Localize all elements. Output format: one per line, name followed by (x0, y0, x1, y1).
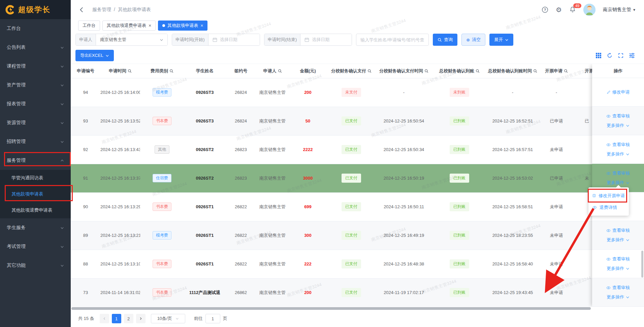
column-header[interactable]: 分校财务确认支付 (327, 64, 376, 78)
chevron-down-icon (60, 83, 64, 87)
sidebar-item-sub[interactable]: 其他款项申请表 (0, 186, 71, 202)
sidebar-item-main[interactable]: 学生服务 (0, 218, 71, 237)
search-input[interactable] (356, 34, 429, 46)
cell-invoice-status: 未申请 (538, 221, 575, 250)
end-date-input[interactable]: 选择日期 (300, 34, 352, 45)
vertical-scrollbar[interactable] (641, 251, 643, 278)
scrollbar-thumb[interactable] (71, 307, 591, 310)
column-header[interactable]: 申请人 (256, 64, 289, 78)
sidebar-item-main[interactable]: 考试管理 (0, 237, 71, 256)
start-date-input[interactable]: 选择日期 (208, 34, 260, 45)
sidebar-item-main[interactable]: 报表管理 (0, 95, 71, 113)
cell-pay-time: 2024-12-25 16:50:54 (376, 107, 432, 135)
cell-amount: 50 (289, 107, 327, 135)
more-actions-link[interactable]: 更多操作 (607, 122, 630, 129)
cell-arrive-status: 已到账 (432, 107, 487, 135)
view-review-link[interactable]: 查看审核 (606, 142, 630, 148)
column-header[interactable]: 费用类别 (140, 64, 184, 78)
view-review-link[interactable]: 查看审核 (606, 170, 630, 176)
table-row[interactable]: 88 2024-12-25 16:13:10 书本费 0926ST1 26822… (71, 250, 615, 278)
start-date-filter: 申请时间(开始) 选择日期 (172, 34, 260, 46)
sidebar-item-main[interactable]: 课程管理 (0, 57, 71, 76)
table-row[interactable]: 90 2024-12-25 16:13:29 书本费 0926ST1 26822… (71, 192, 615, 221)
cell-apply-time: 2024-12-25 16:13:29 (100, 192, 140, 221)
next-page-button[interactable] (136, 314, 146, 323)
eye-icon (606, 171, 611, 176)
view-review-link[interactable]: 查看审核 (606, 227, 630, 233)
end-date-placeholder: 选择日期 (312, 37, 329, 43)
search-icon (438, 38, 442, 42)
sidebar-item-main[interactable]: 资源管理 (0, 113, 71, 132)
search-button[interactable]: 查询 (433, 34, 457, 46)
sidebar-item-main[interactable]: 其它功能 (0, 256, 71, 275)
table-row[interactable]: 91 2024-12-25 16:13:37 住宿费 0926ST2 26823… (71, 164, 615, 192)
operation-cell: 查看审核更多操作 (592, 107, 644, 135)
clear-button[interactable]: ⊗ 清空 (461, 34, 485, 46)
sidebar-item-sub[interactable]: 学管沟通回访表 (0, 170, 71, 186)
table-row[interactable]: 94 2024-12-25 16:14:00 模考费 0926ST3 26824… (71, 78, 615, 107)
grid-view-icon[interactable] (596, 53, 601, 58)
more-actions-link[interactable]: 更多操作 (607, 265, 630, 271)
refresh-icon[interactable] (607, 53, 612, 58)
chevron-down-icon (60, 226, 64, 230)
more-actions-link[interactable]: 更多操作 (607, 237, 630, 243)
tab[interactable]: 其他款项退费申请表× (102, 21, 156, 31)
page-number-button[interactable]: 1 (112, 314, 121, 323)
sidebar-item-sub[interactable]: 其他款项退费申请表 (0, 202, 71, 218)
column-header[interactable]: 分校财务确认支付时间 (376, 64, 432, 78)
column-header[interactable]: 总校财务确认到账时间 (487, 64, 538, 78)
cell-arrive-status: 已到账 (432, 250, 487, 278)
table-row[interactable]: 73 2024-11-14 16:31:02 书本费 1112产品测试退 268… (71, 278, 615, 307)
column-filter-icon[interactable] (629, 53, 635, 58)
edit-apply-link[interactable]: 修改申请 (607, 89, 630, 95)
bell-icon[interactable]: 49 (569, 6, 576, 13)
back-icon[interactable] (79, 7, 85, 13)
column-header[interactable]: 总校财务确认到账 (432, 64, 487, 78)
export-excel-button[interactable]: 导出EXCEL (75, 50, 114, 61)
view-review-link[interactable]: 查看审核 (606, 285, 630, 291)
chevron-down-icon (160, 38, 163, 42)
horizontal-scrollbar[interactable] (71, 307, 644, 310)
page-number-button[interactable]: 2 (124, 314, 133, 323)
cell-apply-time: 2024-12-25 16:13:43 (100, 135, 140, 164)
sidebar-item-main[interactable]: 服务管理 (0, 151, 71, 170)
cell-fee-type: 住宿费 (140, 164, 184, 192)
tab[interactable]: 其他款项申请表× (158, 21, 207, 31)
modify-invoice-menu-item[interactable]: 修改开票申请 (588, 190, 629, 202)
cell-apply-time: 2024-12-25 16:14:00 (100, 78, 140, 107)
more-actions-link[interactable]: 更多操作 (607, 151, 630, 157)
sidebar-item-main[interactable]: 公告列表 (0, 38, 71, 57)
gear-icon[interactable]: ⚙ (556, 6, 562, 13)
tab[interactable]: 工作台 (78, 21, 100, 31)
search-icon (424, 69, 428, 73)
breadcrumb-parent[interactable]: 服务管理 (92, 7, 111, 12)
close-icon[interactable]: × (149, 23, 151, 28)
view-review-link[interactable]: 查看审核 (606, 256, 630, 262)
chevron-down-icon (60, 140, 64, 144)
applicant-select[interactable]: 南京销售主管 (96, 34, 167, 45)
avatar[interactable] (583, 4, 595, 16)
sidebar-item-main[interactable]: 工作台 (0, 19, 71, 38)
cell-apply-id: 89 (71, 221, 100, 250)
filter-bar: 申请人 南京销售主管 申请时间(开始) 选择日期 申请时间(结束) 选择日期 (71, 32, 644, 47)
column-header[interactable]: 申请时间 (100, 64, 140, 78)
page-size-select[interactable]: 10条/页 (151, 314, 185, 323)
fullscreen-icon[interactable] (618, 53, 623, 58)
close-icon[interactable]: × (200, 23, 203, 28)
app-logo: 超级学长 (0, 0, 71, 19)
table-row[interactable]: 92 2024-12-25 16:13:43 其他 0926ST2 26823 … (71, 135, 615, 164)
sidebar-item-main[interactable]: 招聘管理 (0, 132, 71, 151)
cell-applicant: 南京销售主管 (256, 192, 289, 221)
user-menu[interactable]: 南京销售主管 ▾ (603, 7, 635, 13)
prev-page-button[interactable] (100, 314, 109, 323)
refund-detail-menu-item[interactable]: 退费详情 (588, 202, 629, 213)
table-row[interactable]: 93 2024-12-25 16:13:52 书本费 0926ST3 26824… (71, 107, 615, 135)
sidebar-item-main[interactable]: 资产管理 (0, 76, 71, 95)
column-header[interactable]: 开票申请 (538, 64, 575, 78)
view-review-link[interactable]: 查看审核 (606, 113, 630, 119)
expand-button[interactable]: 展开 (489, 34, 513, 46)
table-row[interactable]: 89 2024-12-25 16:13:21 模考费 0926ST1 26822… (71, 221, 615, 250)
more-actions-link[interactable]: 更多操作 (607, 294, 630, 300)
help-icon[interactable]: ? (542, 6, 548, 13)
goto-page-input[interactable] (205, 314, 220, 323)
